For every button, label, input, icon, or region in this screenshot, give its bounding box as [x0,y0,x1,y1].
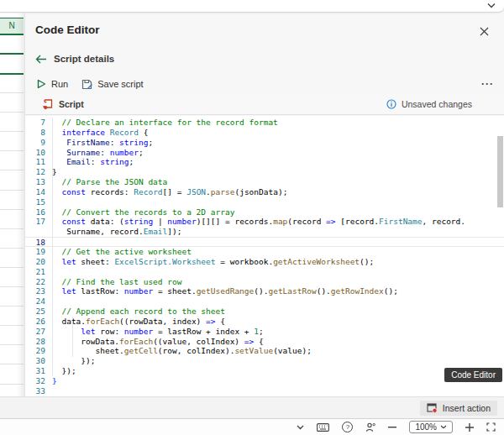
save-label: Save script [97,79,143,89]
line-number: 18 [25,238,52,246]
line-number: 30 [25,356,52,366]
sheet-border-green [0,73,24,75]
sheet-gridline [0,364,24,364]
code-line[interactable]: 33 [25,386,504,396]
sheet-gridline [0,248,24,249]
more-options-button[interactable]: ··· [481,81,494,87]
code-line[interactable]: 18 [25,237,504,247]
line-number: 17 [25,217,52,227]
zoom-level-select[interactable]: 100% [409,421,453,433]
line-number: 10 [25,148,52,158]
line-number: 32 [25,376,52,386]
line-number: 8 [25,128,52,138]
code-line[interactable]: 10 Surname: number; [25,148,504,158]
sheet-gridline [0,344,24,345]
insert-action-icon [427,403,438,413]
sheet-gridline [0,325,24,326]
code-line[interactable]: 12} [25,167,504,177]
code-line[interactable]: 13 // Parse the JSON data [25,177,504,187]
back-label: Script details [54,54,114,64]
code-line[interactable]: 15 [25,197,504,207]
zoom-out-icon[interactable] [388,427,396,428]
code-line[interactable]: 19 // Get the active worksheet [25,247,504,257]
code-line[interactable]: 17 const data: (string | number)[][] = r… [25,217,504,227]
sheet-gridline [0,150,24,151]
sheet-gridline [0,131,24,132]
code-line[interactable]: 11 Email: string; [25,157,504,167]
column-header-n[interactable]: N [0,18,24,35]
code-line[interactable]: 21 [25,267,504,277]
save-icon [81,79,92,90]
line-number: 16 [25,207,52,218]
line-number: 7 [25,118,52,128]
tab-script[interactable]: Script [42,99,84,110]
code-line[interactable]: 32} [25,376,504,386]
sheet-gridline [0,306,24,307]
code-line[interactable]: 24 [25,296,504,307]
line-number: 29 [25,346,52,356]
action-footer: Insert action [0,396,504,419]
line-number: 22 [25,277,52,287]
accessibility-icon[interactable] [365,422,375,432]
code-line[interactable]: 25 // Append each record to the sheet [25,307,504,317]
line-number: 21 [25,267,52,277]
line-number: 28 [25,337,52,347]
help-icon[interactable]: ? [342,422,353,432]
column-header-label: N [8,21,14,30]
editor-tabbar: Script Unsaved changes [25,94,504,115]
line-number: 20 [25,257,52,267]
collapse-formula-bar-icon[interactable] [487,3,496,8]
code-lines[interactable]: 7 // Declare an interface for the record… [25,118,504,396]
fullscreen-icon[interactable] [486,422,496,432]
chevron-down-icon[interactable] [297,425,304,430]
insert-action-button[interactable]: Insert action [420,401,497,416]
code-line[interactable]: 26 data.forEach((rowData, index) => { [25,317,504,327]
code-line[interactable]: 31 }); [25,366,504,376]
sheet-gridline [0,286,24,287]
code-line[interactable]: 30 }); [25,356,504,366]
editor-toolbar: Run Save script ··· [37,76,494,92]
code-line[interactable]: 16 // Convert the records to a 2D array [25,207,504,218]
code-line[interactable]: 14 const records: Record[] = JSON.parse(… [25,187,504,197]
unsaved-changes-label: Unsaved changes [402,99,472,109]
line-number: 9 [25,138,52,148]
code-editor-panel: Code Editor Script details Run [25,12,504,435]
save-script-button[interactable]: Save script [81,79,143,90]
code-line[interactable]: 7 // Declare an interface for the record… [25,118,504,128]
code-line[interactable]: 23 let lastRow: number = sheet.getUsedRa… [25,286,504,296]
line-number: 24 [25,296,52,307]
editor-scrollbar[interactable] [497,136,503,207]
run-button[interactable]: Run [37,79,68,89]
formula-bar-edge [0,0,504,13]
sheet-gridline [0,92,24,93]
line-number: 15 [25,197,52,207]
line-number: 14 [25,187,52,197]
sheet-sliver: N [0,12,24,396]
code-line[interactable]: 8 interface Record { [25,128,504,138]
close-icon[interactable] [478,23,491,41]
back-to-script-details[interactable]: Script details [35,52,114,66]
line-number: 19 [25,247,52,257]
code-line[interactable]: 9 FirstName: string; [25,138,504,148]
sheet-gridline [0,190,24,191]
sheet-border-green [0,53,24,55]
code-line[interactable]: 28 rowData.forEach((value, colIndex) => … [25,337,504,347]
code-line[interactable]: 27 let row: number = lastRow + index + 1… [25,327,504,337]
code-line[interactable]: 20 let sheet: ExcelScript.Worksheet = wo… [25,257,504,267]
keyboard-icon[interactable] [317,423,329,432]
sheet-gridline [0,267,24,268]
code-line[interactable]: 29 sheet.getCell(row, colIndex).setValue… [25,346,504,356]
info-icon [386,99,396,109]
zoom-level-value: 100% [415,422,437,432]
code-line[interactable]: 22 // Find the last used row [25,277,504,287]
zoom-in-icon[interactable] [465,423,474,432]
sheet-gridline [0,228,24,229]
insert-action-label: Insert action [443,403,491,413]
code-editor-surface[interactable]: 7 // Declare an interface for the record… [25,116,504,396]
panel-title: Code Editor [35,24,100,36]
sheet-gridline [0,209,24,210]
run-label: Run [51,79,68,89]
line-number: 25 [25,307,52,317]
line-number: 26 [25,317,52,327]
code-line[interactable]: Surname, record.Email]); [25,227,504,237]
